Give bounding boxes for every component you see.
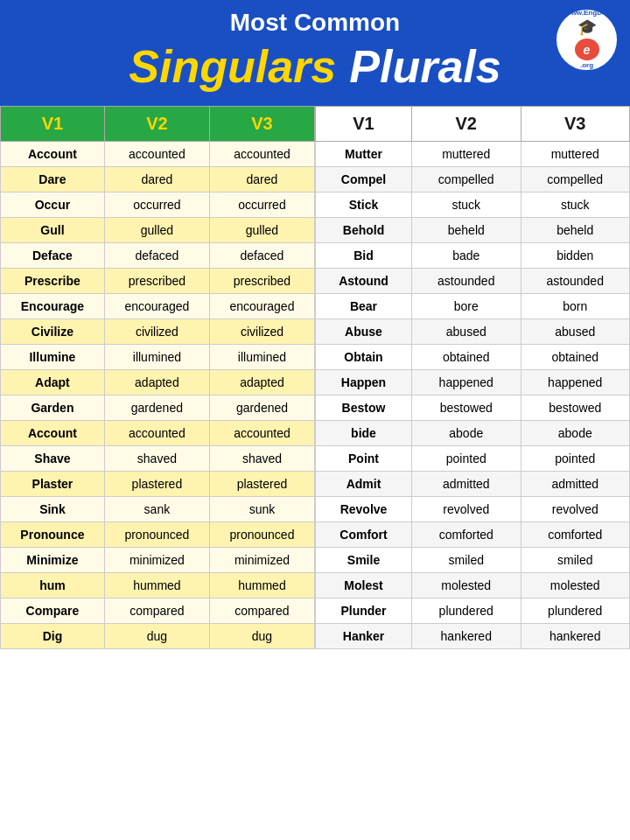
table-row: humhummedhummed xyxy=(1,573,315,598)
right-v1-cell: Bear xyxy=(316,294,412,319)
left-v3-cell: minimized xyxy=(209,548,314,573)
left-v1-cell: Encourage xyxy=(1,294,105,319)
left-v1-cell: hum xyxy=(1,573,105,598)
table-row: Hankerhankeredhankered xyxy=(316,624,630,649)
table-row: Pointpointedpointed xyxy=(316,446,630,472)
left-v1-cell: Garden xyxy=(1,396,105,421)
table-row: Daredareddared xyxy=(1,167,315,192)
right-v3-cell: bestowed xyxy=(521,396,630,421)
left-col-v2: V2 xyxy=(104,107,209,142)
table-row: Plunderplunderedplundered xyxy=(316,598,630,624)
left-v3-cell: accounted xyxy=(209,142,314,167)
left-v1-cell: Minimize xyxy=(1,548,105,573)
table-row: Bestowbestowedbestowed xyxy=(316,396,630,421)
right-v2-cell: revolved xyxy=(412,497,521,522)
right-v2-cell: stuck xyxy=(412,192,521,218)
left-v1-cell: Account xyxy=(1,421,105,446)
table-row: Obtainobtainedobtained xyxy=(316,345,630,370)
left-v2-cell: civilized xyxy=(104,319,209,345)
right-v1-cell: Molest xyxy=(316,573,412,598)
right-v1-cell: Revolve xyxy=(316,497,412,522)
table-row: Accountaccountedaccounted xyxy=(1,142,315,167)
table-row: Digdugdug xyxy=(1,624,315,649)
left-v1-cell: Dare xyxy=(1,167,105,192)
right-v2-cell: bade xyxy=(412,243,521,269)
tables-container: V1 V2 V3 AccountaccountedaccountedDareda… xyxy=(0,106,630,649)
right-v3-cell: hankered xyxy=(521,624,630,649)
right-v1-cell: Happen xyxy=(316,370,412,396)
left-table: V1 V2 V3 AccountaccountedaccountedDareda… xyxy=(0,106,315,649)
left-v2-cell: occurred xyxy=(104,192,209,218)
logo: www.EngDic 🎓 e .org xyxy=(554,7,620,73)
right-v3-cell: astounded xyxy=(521,269,630,294)
left-col-v3: V3 xyxy=(209,107,314,142)
right-v3-cell: bidden xyxy=(521,243,630,269)
plurals-text: Plurals xyxy=(349,40,500,93)
left-v2-cell: plastered xyxy=(104,472,209,497)
right-v2-cell: abode xyxy=(412,421,521,446)
left-v1-cell: Prescribe xyxy=(1,269,105,294)
left-v2-cell: defaced xyxy=(104,243,209,269)
left-v2-cell: gulled xyxy=(104,218,209,243)
right-v1-cell: Admit xyxy=(316,472,412,497)
right-v2-cell: plundered xyxy=(412,598,521,624)
table-row: Prescribeprescribedprescribed xyxy=(1,269,315,294)
table-row: Occuroccurredoccurred xyxy=(1,192,315,218)
left-v3-cell: sunk xyxy=(209,497,314,522)
right-v3-cell: stuck xyxy=(521,192,630,218)
right-v1-cell: Compel xyxy=(316,167,412,192)
table-row: Plasterplasteredplastered xyxy=(1,472,315,497)
table-row: Gardengardenedgardened xyxy=(1,396,315,421)
left-v3-cell: illumined xyxy=(209,345,314,370)
logo-circle: e xyxy=(575,38,599,60)
right-v3-cell: smiled xyxy=(521,548,630,573)
right-v2-cell: astounded xyxy=(412,269,521,294)
table-row: Abuseabusedabused xyxy=(316,319,630,345)
right-v2-cell: bore xyxy=(412,294,521,319)
table-row: Bearboreborn xyxy=(316,294,630,319)
logo-bottom-text: .org xyxy=(578,62,595,70)
table-row: Stickstuckstuck xyxy=(316,192,630,218)
table-row: Encourageencouragedencouraged xyxy=(1,294,315,319)
left-v1-cell: Account xyxy=(1,142,105,167)
left-v2-cell: gardened xyxy=(104,396,209,421)
right-v1-cell: Point xyxy=(316,446,412,472)
left-v3-cell: adapted xyxy=(209,370,314,396)
left-v3-cell: gulled xyxy=(209,218,314,243)
right-v1-cell: Comfort xyxy=(316,522,412,548)
right-v1-cell: Bestow xyxy=(316,396,412,421)
table-row: bideabodeabode xyxy=(316,421,630,446)
left-v3-cell: dug xyxy=(209,624,314,649)
right-v3-cell: compelled xyxy=(521,167,630,192)
right-v1-cell: Stick xyxy=(316,192,412,218)
table-row: Compelcompelledcompelled xyxy=(316,167,630,192)
table-row: Defacedefaceddefaced xyxy=(1,243,315,269)
right-v1-cell: Obtain xyxy=(316,345,412,370)
left-v1-cell: Gull xyxy=(1,218,105,243)
left-v3-cell: shaved xyxy=(209,446,314,472)
left-v3-cell: compared xyxy=(209,598,314,624)
left-v3-cell: defaced xyxy=(209,243,314,269)
left-v2-cell: pronounced xyxy=(104,522,209,548)
left-v1-cell: Sink xyxy=(1,497,105,522)
left-v1-cell: Civilize xyxy=(1,319,105,345)
left-v3-cell: gardened xyxy=(209,396,314,421)
right-v3-cell: admitted xyxy=(521,472,630,497)
left-v2-cell: hummed xyxy=(104,573,209,598)
right-v3-cell: beheld xyxy=(521,218,630,243)
left-v2-cell: illumined xyxy=(104,345,209,370)
table-row: Astoundastoundedastounded xyxy=(316,269,630,294)
table-row: Admitadmittedadmitted xyxy=(316,472,630,497)
left-v2-cell: minimized xyxy=(104,548,209,573)
table-row: Comfortcomfortedcomforted xyxy=(316,522,630,548)
right-v3-cell: happened xyxy=(521,370,630,396)
right-v3-cell: muttered xyxy=(521,142,630,167)
left-v3-cell: dared xyxy=(209,167,314,192)
right-v2-cell: compelled xyxy=(412,167,521,192)
left-v2-cell: adapted xyxy=(104,370,209,396)
right-v2-cell: muttered xyxy=(412,142,521,167)
left-v3-cell: encouraged xyxy=(209,294,314,319)
right-v3-cell: abode xyxy=(521,421,630,446)
right-v2-cell: molested xyxy=(412,573,521,598)
left-v2-cell: dared xyxy=(104,167,209,192)
